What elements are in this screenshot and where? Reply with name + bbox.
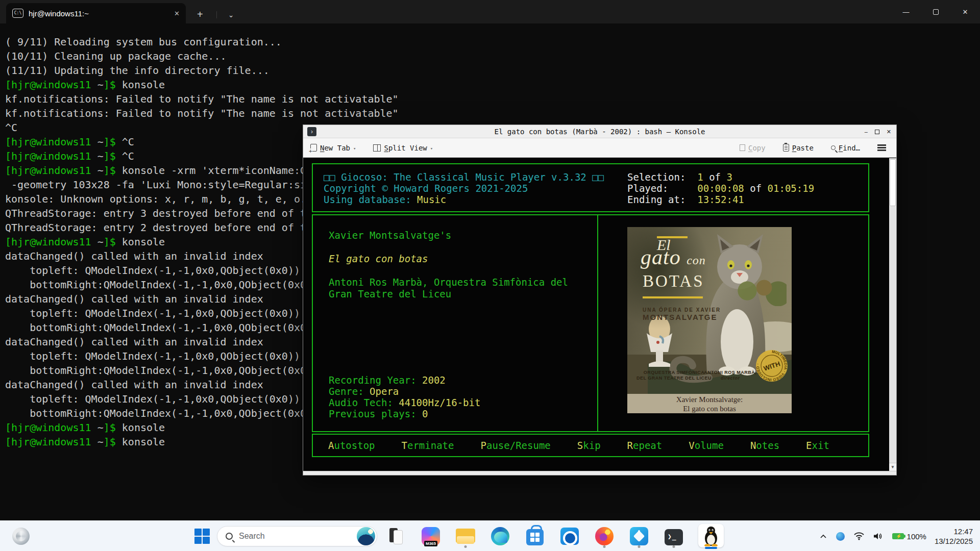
cover-title-gato-con: gato con xyxy=(641,252,706,266)
copy-toolbar-button[interactable]: Copy xyxy=(740,144,766,152)
clock[interactable]: 12:47 13/12/2025 xyxy=(935,527,973,546)
giocoso-detail-line: Previous plays: 0 xyxy=(329,408,480,419)
giocoso-detail-line: Recording Year: 2002 xyxy=(329,374,480,386)
konsole-bottom-frame xyxy=(303,471,896,475)
paste-toolbar-button[interactable]: Paste xyxy=(783,144,814,152)
cover-composer: MONTSALVATGE xyxy=(643,312,718,323)
giocoso-menu-volume[interactable]: Volume xyxy=(689,440,724,451)
cover-credit-orchestra: ORQUESTRA SIMFÒNICADEL GRAN TEATRE DEL L… xyxy=(636,370,712,381)
giocoso-info-line xyxy=(329,265,568,277)
giocoso-menu-autostop[interactable]: Autostop xyxy=(328,440,375,451)
konsole-titlebar[interactable]: › El gato con botas (Marbà - 2002) : bas… xyxy=(303,125,896,138)
minimize-button[interactable]: — xyxy=(891,0,921,23)
copy-icon xyxy=(740,144,745,151)
giocoso-info-line: Xavier Montsalvatge's xyxy=(329,230,568,241)
taskbar-item-firefox[interactable] xyxy=(594,524,615,548)
taskbar-item-photos[interactable] xyxy=(628,524,650,548)
konsole-title: El gato con botas (Marbà - 2002) : bash … xyxy=(303,128,896,136)
outlook-icon xyxy=(560,528,579,545)
konsole-minimize-button[interactable]: – xyxy=(865,129,868,135)
taskbar-item-file-explorer[interactable] xyxy=(455,524,476,548)
system-tray: ⚡ 100% 12:47 13/12/2025 xyxy=(820,521,980,551)
album-art: El gato con BOTAS UNA ÓPERA DE XAVIER MO… xyxy=(627,227,792,413)
giocoso-menu-exit[interactable]: Exit xyxy=(806,440,829,451)
scroll-down-arrow-icon[interactable]: ▼ xyxy=(889,463,896,471)
konsole-maximize-button[interactable] xyxy=(875,130,879,134)
cover-rule-bottom xyxy=(643,296,703,298)
desktop: C:\ hjr@windows11:~ ✕ + ⌄ — ✕ ( 9/11) Re… xyxy=(0,0,980,551)
terminal-line: kf.notifications: Failed to notify "The … xyxy=(5,106,980,120)
taskbar-center: Search M365 xyxy=(192,521,724,551)
battery-status[interactable]: ⚡ 100% xyxy=(892,532,926,541)
tab-dropdown-icon[interactable]: ⌄ xyxy=(216,11,234,18)
paste-icon xyxy=(783,144,789,152)
cover-fruit xyxy=(730,276,787,306)
giocoso-status-line: Ending at: 13:52:41 xyxy=(627,194,814,205)
tux-penguin-icon xyxy=(702,526,720,546)
taskbar-item-outlook[interactable] xyxy=(559,524,580,548)
search-placeholder: Search xyxy=(239,532,357,541)
konsole-close-button[interactable]: ✕ xyxy=(887,129,891,135)
terminal-tab[interactable]: C:\ hjr@windows11:~ ✕ xyxy=(6,3,186,23)
giocoso-header-line: □□ Giocoso: The Classical Music Player v… xyxy=(324,171,604,183)
taskbar-item-store[interactable] xyxy=(524,524,546,548)
album-caption-line1: Xavier Montsalvatge: xyxy=(627,395,792,404)
taskbar-item-device[interactable] xyxy=(385,524,407,548)
giocoso-track-details: Recording Year: 2002Genre: OperaAudio Te… xyxy=(329,374,480,419)
taskbar-item-terminal[interactable] xyxy=(663,524,684,548)
terminal-line: (10/11) Cleaning up package cache... xyxy=(5,49,980,63)
windows-logo-icon xyxy=(194,529,210,544)
widgets-icon[interactable] xyxy=(12,528,30,545)
chevron-down-icon: ▾ xyxy=(353,146,356,151)
giocoso-menu-repeat[interactable]: Repeat xyxy=(627,440,663,451)
terminal-tab-bar: C:\ hjr@windows11:~ ✕ + ⌄ — ✕ xyxy=(0,0,980,23)
wifi-icon[interactable] xyxy=(854,532,864,540)
giocoso-menu-notes[interactable]: Notes xyxy=(750,440,779,451)
chevron-down-icon: ▾ xyxy=(430,146,433,151)
konsole-caption-buttons: – ✕ xyxy=(865,125,891,138)
konsole-scrollbar[interactable]: ▼ xyxy=(889,158,896,471)
battery-percent: 100% xyxy=(907,532,926,541)
tray-blue-status-icon[interactable] xyxy=(836,532,845,541)
split-view-toolbar-button[interactable]: Split View ▾ xyxy=(373,144,433,152)
firefox-icon xyxy=(595,527,614,545)
new-tab-toolbar-button[interactable]: New Tab ▾ xyxy=(310,144,356,152)
terminal-icon xyxy=(665,529,683,545)
new-tab-button[interactable]: + xyxy=(197,9,203,19)
tray-chevron-up-icon[interactable] xyxy=(820,534,827,539)
taskbar: Search M365 xyxy=(0,520,980,551)
tab-close-icon[interactable]: ✕ xyxy=(174,10,180,17)
microsoft-store-icon xyxy=(526,529,544,545)
terminal-line: (11/11) Updating the info directory file… xyxy=(5,63,980,78)
taskbar-item-linux-active[interactable] xyxy=(698,523,724,549)
taskbar-item-edge[interactable] xyxy=(489,524,511,548)
new-tab-icon xyxy=(310,144,317,152)
taskbar-item-m365[interactable]: M365 xyxy=(420,524,442,548)
cmd-icon: C:\ xyxy=(12,9,23,18)
giocoso-menu-pause-resume[interactable]: Pause/Resume xyxy=(481,440,551,451)
search-icon xyxy=(226,533,233,540)
device-icon xyxy=(389,528,403,544)
close-button[interactable]: ✕ xyxy=(950,0,980,23)
tray-time: 12:47 xyxy=(935,527,973,536)
cover-title-botas: BOTAS xyxy=(643,276,704,287)
giocoso-menu-skip[interactable]: Skip xyxy=(577,440,601,451)
scrollbar-thumb[interactable] xyxy=(890,159,896,206)
volume-icon[interactable] xyxy=(873,532,883,540)
konsole-toolbar: New Tab ▾ Split View ▾ Copy Paste Find… xyxy=(303,138,896,158)
giocoso-status-line: Selection: 1 of 3 xyxy=(627,171,814,183)
terminal-line: ( 9/11) Reloading system bus configurati… xyxy=(5,35,980,49)
giocoso-menu-bar: AutostopTerminatePause/ResumeSkipRepeatV… xyxy=(312,434,869,457)
giocoso-menu-terminate[interactable]: Terminate xyxy=(402,440,454,451)
maximize-button[interactable] xyxy=(921,0,950,23)
photos-icon xyxy=(630,527,648,545)
find-toolbar-button[interactable]: Find… xyxy=(831,144,860,152)
multimedia-badge: MULTIMEDIA · VIDEO INCLUDED · WITH xyxy=(755,349,789,383)
bing-daily-image-icon[interactable] xyxy=(357,527,375,545)
giocoso-header-line: Using database: Music xyxy=(324,194,604,205)
search-box[interactable]: Search xyxy=(217,526,377,546)
start-button[interactable] xyxy=(192,527,212,546)
giocoso-app-info: □□ Giocoso: The Classical Music Player v… xyxy=(324,171,604,205)
giocoso-tui: AutostopTerminatePause/ResumeSkipRepeatV… xyxy=(303,158,896,471)
album-caption-line2: El gato con botas xyxy=(627,404,792,413)
